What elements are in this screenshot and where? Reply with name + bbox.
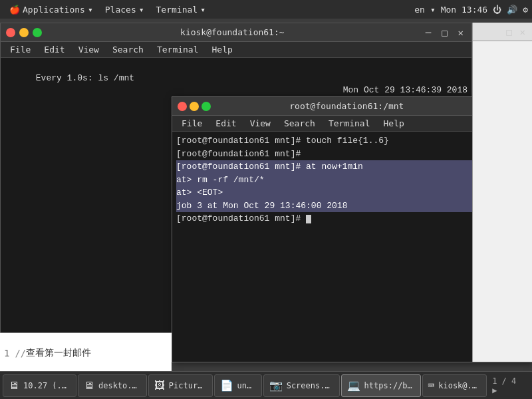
places-menu[interactable]: Places ▾ (100, 3, 150, 16)
taskbar-page-indicator[interactable]: 1 / 4 ▶ (488, 376, 529, 395)
taskbar-label-2: deskto... (98, 381, 141, 390)
t2-menu-search[interactable]: Search (279, 117, 321, 130)
terminal-cursor (306, 215, 311, 223)
taskbar-item-7[interactable]: ⌨ kiosk@... (422, 374, 487, 397)
terminal-1-wm-minimize[interactable]: ─ (423, 27, 434, 38)
bottom-text-area: 1 // 查看第一封邮件 (0, 332, 172, 372)
taskbar-item-2[interactable]: 🖥 deskto... (78, 374, 147, 397)
t2-menu-terminal[interactable]: Terminal (323, 117, 376, 130)
terminal-2-close-btn[interactable] (178, 102, 187, 111)
top-bar-left: 🍎 Applications ▾ Places ▾ Terminal ▾ (4, 3, 211, 16)
taskbar-icon-2: 🖥 (84, 379, 94, 392)
terminal-1-close-btn[interactable] (6, 28, 15, 37)
t1-cmd-text: Every 1.0s: ls /mnt (36, 73, 134, 83)
terminal-1-title-bar: kiosk@foundation61:~ ─ □ ✕ (1, 23, 471, 42)
taskbar-item-4[interactable]: 📄 unit (214, 374, 262, 397)
side-panel: □ ✕ (472, 23, 532, 362)
terminal-1-minimize-btn[interactable] (19, 28, 29, 37)
t2-menu-edit[interactable]: Edit (210, 117, 241, 130)
t2-menu-file[interactable]: File (176, 117, 207, 130)
terminal-2-window-controls (178, 102, 211, 111)
terminal-1-menu-bar: File Edit View Search Terminal Help (1, 42, 471, 58)
terminal-2-maximize-btn[interactable] (201, 102, 211, 111)
taskbar-icon-7: ⌨ (428, 379, 435, 392)
language-indicator[interactable]: en (414, 5, 425, 15)
taskbar-item-3[interactable]: 🖼 Pictures (148, 374, 213, 397)
taskbar-label-4: unit (237, 381, 256, 390)
applications-label: Applications (23, 5, 85, 15)
power-icon: ⏻ (493, 5, 501, 15)
taskbar-item-5[interactable]: 📷 Screens... (263, 374, 340, 397)
taskbar-icon-4: 📄 (220, 379, 233, 392)
taskbar-label-3: Pictures (169, 381, 207, 390)
side-panel-controls: □ ✕ (473, 23, 532, 41)
taskbar-icon-6: 💻 (347, 379, 360, 392)
settings-icon: ⚙ (523, 5, 528, 15)
datetime-display: Mon 13:46 (441, 5, 487, 15)
t2-menu-help[interactable]: Help (378, 117, 410, 130)
t1-menu-terminal[interactable]: Terminal (152, 43, 204, 56)
t2-menu-view[interactable]: View (245, 117, 276, 130)
terminal-1-wm-close[interactable]: ✕ (456, 27, 466, 38)
taskbar-label-7: kiosk@... (438, 381, 481, 390)
terminal-2-title: root@foundation61:/mnt (211, 101, 483, 111)
taskbar-icon-1: 🖥 (9, 379, 19, 392)
t1-menu-help[interactable]: Help (207, 43, 238, 56)
taskbar-label-5: Screens... (287, 381, 334, 390)
bottom-chinese-text: 查看第一封邮件 (26, 347, 91, 359)
t1-menu-view[interactable]: View (73, 43, 104, 56)
terminal-1-title: kiosk@foundation61:~ (42, 27, 423, 37)
taskbar-label-1: 10.27 (... (23, 381, 70, 390)
taskbar-label-6: https://blo... (364, 381, 415, 390)
places-label: Places (105, 5, 136, 15)
places-arrow: ▾ (139, 5, 144, 15)
terminal-1-window-controls (6, 28, 42, 37)
taskbar-item-6[interactable]: 💻 https://blo... (341, 374, 421, 397)
terminal-menu[interactable]: Terminal ▾ (151, 3, 211, 16)
apple-icon: 🍎 (9, 5, 20, 15)
t1-menu-search[interactable]: Search (107, 43, 149, 56)
t1-timestamp: Mon Oct 29 13:46:39 2018 (343, 84, 467, 96)
language-arrow: ▾ (430, 5, 436, 15)
applications-arrow: ▾ (88, 5, 93, 15)
taskbar: 🖥 10.27 (... 🖥 deskto... 🖼 Pictures 📄 un… (0, 371, 532, 399)
terminal-arrow: ▾ (200, 5, 205, 15)
taskbar-icon-3: 🖼 (154, 379, 165, 392)
top-bar-right: en ▾ Mon 13:46 ⏻ 🔊 ⚙ (414, 5, 528, 15)
bottom-comment-marker: // (15, 348, 26, 358)
taskbar-icon-5: 📷 (269, 379, 283, 392)
side-panel-close-btn[interactable]: ✕ (517, 27, 528, 37)
system-top-bar: 🍎 Applications ▾ Places ▾ Terminal ▾ en … (0, 0, 532, 19)
side-panel-maximize-btn[interactable]: □ (503, 27, 514, 37)
terminal-label: Terminal (156, 5, 198, 15)
t1-menu-file[interactable]: File (5, 43, 36, 56)
volume-icon: 🔊 (507, 5, 517, 15)
bottom-line-number: 1 (4, 348, 9, 358)
taskbar-item-1[interactable]: 🖥 10.27 (... (3, 374, 76, 397)
terminal-2-minimize-btn[interactable] (190, 102, 199, 111)
t1-menu-edit[interactable]: Edit (39, 43, 70, 56)
terminal-1-wm-maximize[interactable]: □ (439, 27, 450, 38)
applications-menu[interactable]: 🍎 Applications ▾ (4, 3, 98, 16)
terminal-1-maximize-btn[interactable] (33, 28, 42, 37)
